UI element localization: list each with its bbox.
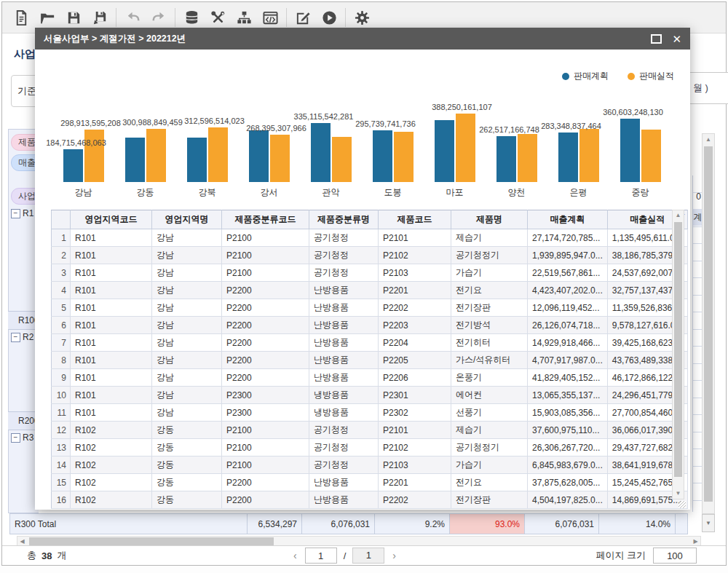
grid-cell[interactable]: 가습기: [451, 264, 528, 282]
grid-cell[interactable]: P2100: [222, 264, 309, 282]
grid-cell[interactable]: 전기장판: [451, 299, 528, 317]
row-number-cell[interactable]: 8: [52, 352, 71, 369]
grid-cell[interactable]: R101: [71, 299, 152, 317]
grid-cell[interactable]: 강남: [152, 387, 222, 404]
grid-cell[interactable]: 가습기: [451, 457, 528, 474]
scrollbar-thumb[interactable]: [674, 222, 682, 477]
grid-cell[interactable]: R101: [71, 352, 152, 369]
collapse-icon[interactable]: −: [11, 333, 20, 342]
grid-cell[interactable]: R102: [71, 439, 152, 457]
bar-plan[interactable]: [63, 149, 83, 182]
grid-cell[interactable]: 전기요: [451, 474, 528, 491]
grid-cell[interactable]: P2203: [379, 317, 451, 334]
run-button[interactable]: [316, 5, 342, 30]
bar-actual[interactable]: [332, 137, 352, 182]
grid-cell[interactable]: P2100: [222, 457, 309, 474]
grid-cell[interactable]: P2201: [379, 474, 451, 491]
grid-cell[interactable]: 강남: [152, 369, 222, 387]
bar-plan[interactable]: [373, 130, 392, 182]
grid-cell[interactable]: 난방용품: [309, 334, 379, 352]
grid-cell[interactable]: 강남: [152, 352, 222, 369]
grid-cell[interactable]: 37,600,975,110...: [528, 422, 608, 439]
maximize-button[interactable]: [651, 34, 662, 44]
grid-cell[interactable]: 13,065,355,137...: [528, 387, 608, 404]
bar-plan[interactable]: [125, 138, 145, 182]
grid-cell[interactable]: P2200: [222, 352, 309, 369]
grid-cell[interactable]: P2200: [222, 491, 309, 509]
grid-cell[interactable]: P2202: [379, 491, 451, 509]
grid-cell[interactable]: P2300: [222, 387, 309, 404]
grid-cell[interactable]: 4,707,917,987.0...: [528, 352, 608, 369]
grid-cell[interactable]: 강남: [152, 334, 222, 352]
grid-cell[interactable]: 난방용품: [309, 282, 379, 299]
new-document-button[interactable]: [8, 5, 34, 30]
grid-cell[interactable]: P2200: [222, 334, 309, 352]
grid-cell[interactable]: 난방용품: [309, 299, 379, 317]
row-number-header[interactable]: [52, 210, 71, 229]
row-number-cell[interactable]: 5: [52, 299, 71, 317]
row-number-cell[interactable]: 16: [52, 491, 71, 509]
column-header[interactable]: 제품중분류코드: [222, 210, 309, 229]
grid-cell[interactable]: P2205: [379, 352, 451, 369]
grid-cell[interactable]: 26,306,267,720...: [528, 439, 608, 457]
grid-cell[interactable]: 난방용품: [309, 369, 379, 387]
dialog-titlebar[interactable]: 서울사업부 > 계절가전 > 202212년 ✕: [35, 28, 690, 50]
grid-cell[interactable]: P2102: [379, 439, 451, 457]
grid-cell[interactable]: P2201: [379, 282, 451, 299]
grid-cell[interactable]: P2100: [222, 422, 309, 439]
grid-cell[interactable]: 26,126,074,718...: [528, 317, 608, 334]
legend-item-plan[interactable]: 판매계획: [562, 70, 609, 82]
grid-cell[interactable]: P2200: [222, 474, 309, 491]
grid-cell[interactable]: 강동: [152, 422, 222, 439]
grid-cell[interactable]: R102: [71, 457, 152, 474]
row-number-cell[interactable]: 9: [52, 369, 71, 387]
grid-cell[interactable]: R102: [71, 422, 152, 439]
grid-cell[interactable]: P2100: [222, 439, 309, 457]
save-as-button[interactable]: [87, 5, 113, 30]
grid-cell[interactable]: P2100: [222, 247, 309, 264]
bar-actual[interactable]: [84, 130, 104, 182]
grid-cell[interactable]: 전기장판: [451, 491, 528, 509]
column-header[interactable]: 제품중분류명: [309, 210, 379, 229]
bar-actual[interactable]: [456, 114, 475, 182]
bar-plan[interactable]: [435, 120, 454, 182]
grid-cell[interactable]: 냉방용품: [309, 387, 379, 404]
grid-cell[interactable]: 27,174,720,785...: [528, 229, 608, 247]
grid-cell[interactable]: 가스/석유히터: [451, 352, 528, 369]
grid-cell[interactable]: 제습기: [451, 422, 528, 439]
collapse-icon[interactable]: −: [11, 433, 20, 443]
grid-cell[interactable]: 난방용품: [309, 491, 379, 509]
row-number-cell[interactable]: 3: [52, 264, 71, 282]
grid-vertical-scrollbar[interactable]: ▲ ▼: [672, 210, 684, 499]
column-header[interactable]: 영업지역명: [152, 210, 222, 229]
row-number-cell[interactable]: 11: [52, 404, 71, 422]
grid-cell[interactable]: R101: [71, 317, 152, 334]
grid-cell[interactable]: 공기청정: [309, 422, 379, 439]
pivot-tree-item-r2[interactable]: −R2: [11, 332, 33, 342]
settings-button[interactable]: [349, 5, 375, 30]
collapse-icon[interactable]: −: [11, 209, 20, 218]
grid-cell[interactable]: P2206: [379, 369, 451, 387]
grid-cell[interactable]: 강남: [152, 317, 222, 334]
bar-plan[interactable]: [311, 123, 331, 182]
row-number-cell[interactable]: 15: [52, 474, 71, 491]
bar-actual[interactable]: [518, 134, 537, 182]
grid-cell[interactable]: P2200: [222, 369, 309, 387]
column-header[interactable]: 매출계획: [528, 210, 608, 229]
open-folder-button[interactable]: [34, 5, 60, 30]
bar-plan[interactable]: [558, 133, 578, 182]
grid-cell[interactable]: 강동: [152, 491, 222, 509]
close-button[interactable]: ✕: [672, 33, 681, 44]
bar-plan[interactable]: [249, 130, 269, 182]
row-number-cell[interactable]: 14: [52, 457, 71, 474]
pivot-tree-item-r3[interactable]: −R3: [11, 432, 33, 443]
row-number-cell[interactable]: 7: [52, 334, 71, 352]
grid-cell[interactable]: R101: [71, 387, 152, 404]
grid-cell[interactable]: P2200: [222, 299, 309, 317]
grid-cell[interactable]: 14,929,918,466...: [528, 334, 608, 352]
bar-actual[interactable]: [146, 129, 166, 182]
bar-actual[interactable]: [641, 130, 661, 182]
database-button[interactable]: [178, 5, 205, 30]
bar-plan[interactable]: [187, 138, 207, 182]
prev-page-button[interactable]: ‹: [292, 550, 298, 561]
